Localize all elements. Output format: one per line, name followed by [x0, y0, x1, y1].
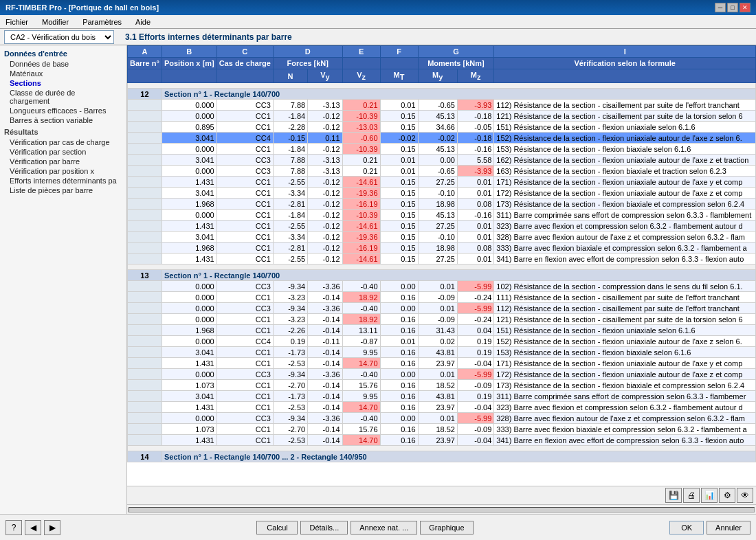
- table-container[interactable]: A B C D E F G I Barre n° Position x [m] …: [127, 45, 756, 486]
- Vz-cell: -0.40: [342, 369, 380, 380]
- Vz-cell: 9.95: [342, 347, 380, 358]
- icon-btn-1[interactable]: 💾: [665, 488, 682, 503]
- position-cell: 0.000: [162, 111, 216, 122]
- N-cell: -2.70: [273, 380, 307, 391]
- ok-button[interactable]: OK: [669, 521, 704, 535]
- left-item-efforts-internes[interactable]: Efforts internes déterminants pa: [0, 176, 126, 185]
- left-item-liste-pieces[interactable]: Liste de pièces par barre: [0, 185, 126, 195]
- cas-cell: CC1: [216, 232, 273, 243]
- position-cell: 0.000: [162, 303, 216, 314]
- left-item-longueurs[interactable]: Longueurs efficaces - Barres: [0, 106, 126, 115]
- annexe-button[interactable]: Annexe nat. ...: [351, 521, 417, 535]
- window-controls[interactable]: ─ □ ✕: [715, 3, 751, 12]
- table-row: 0.000CC37.88-3.130.210.01-0.65-3.93163) …: [128, 166, 756, 177]
- Vz-cell: 15.76: [342, 424, 380, 435]
- MT-cell: 0.15: [380, 144, 418, 155]
- Mz-cell: -0.04: [457, 435, 493, 446]
- barre-cell: [128, 166, 162, 177]
- left-item-materiaux[interactable]: Matériaux: [0, 69, 126, 78]
- table-row: 1.431CC1-2.55-0.12-14.610.1527.250.01341…: [128, 254, 756, 265]
- Vy-cell: -0.14: [308, 292, 342, 303]
- position-cell: 1.968: [162, 199, 216, 210]
- My-cell: 18.98: [418, 243, 457, 254]
- table-row: 1.431CC1-2.53-0.1414.700.1623.97-0.04171…: [128, 358, 756, 369]
- Vy-cell: -0.14: [308, 380, 342, 391]
- table-row: 0.000CC1-1.84-0.12-10.390.1545.13-0.1615…: [128, 144, 756, 155]
- bottom-icon-2[interactable]: ◀: [25, 520, 41, 535]
- icon-btn-5[interactable]: 👁: [737, 488, 753, 503]
- bottom-icon-3[interactable]: ▶: [44, 520, 60, 535]
- barre-cell: [128, 232, 162, 243]
- left-item-donnees-base[interactable]: Données de base: [0, 59, 126, 69]
- MT-cell: 0.16: [380, 347, 418, 358]
- case-dropdown[interactable]: CA2 - Vérification du bois: [4, 30, 114, 44]
- Vz-cell: -16.19: [342, 199, 380, 210]
- left-item-verif-cas[interactable]: Vérification par cas de charge: [0, 137, 126, 147]
- bottom-icon-1[interactable]: ?: [5, 520, 22, 535]
- Vz-cell: -16.19: [342, 243, 380, 254]
- MT-cell: 0.00: [380, 303, 418, 314]
- Vz-cell: 0.21: [342, 155, 380, 166]
- Vy-cell: -3.13: [308, 166, 342, 177]
- barre-cell: [128, 380, 162, 391]
- MT-cell: 0.16: [380, 358, 418, 369]
- N-cell: -2.81: [273, 199, 307, 210]
- table-row: 0.000CC40.19-0.11-0.870.010.020.19152) R…: [128, 336, 756, 347]
- hscroll-track[interactable]: [129, 507, 755, 513]
- minimize-button[interactable]: ─: [715, 3, 726, 12]
- icon-btn-3[interactable]: 📊: [701, 488, 718, 503]
- left-item-verif-position[interactable]: Vérification par position x: [0, 166, 126, 176]
- close-button[interactable]: ✕: [740, 3, 751, 12]
- My-cell: -0.10: [418, 188, 457, 199]
- menu-fichier[interactable]: Fichier: [3, 17, 31, 27]
- Mz-cell: -0.24: [457, 314, 493, 325]
- My-cell: 45.13: [418, 111, 457, 122]
- barre-cell: [128, 325, 162, 336]
- Vz-cell: 18.92: [342, 292, 380, 303]
- position-cell: 3.041: [162, 155, 216, 166]
- barre-cell: [128, 413, 162, 424]
- formula-cell: 328) Barre avec flexion autour de l'axe …: [494, 232, 756, 243]
- barre-cell: [128, 402, 162, 413]
- table-row: 0.000CC3-9.34-3.36-0.400.000.01-5.99112)…: [128, 303, 756, 314]
- Vz-cell: -13.03: [342, 122, 380, 133]
- section-row-12: 12Section n° 1 - Rectangle 140/700: [128, 89, 756, 100]
- MT-cell: 0.00: [380, 281, 418, 292]
- menu-modifier[interactable]: Modifier: [39, 17, 71, 27]
- left-item-sections[interactable]: Sections: [0, 78, 126, 88]
- table-footer-icons: 💾 🖨 📊 ⚙ 👁: [127, 486, 756, 504]
- MT-cell: 0.16: [380, 314, 418, 325]
- table-row: 1.431CC1-2.55-0.12-14.610.1527.250.01171…: [128, 177, 756, 188]
- MT-header: MT: [380, 69, 418, 83]
- Vz-cell: -10.39: [342, 210, 380, 221]
- e-sub: [342, 58, 380, 69]
- left-item-classe-duree[interactable]: Classe de durée de chargement: [0, 88, 126, 106]
- formula-cell: 152) Résistance de la section - flexion …: [494, 336, 756, 347]
- icon-btn-4[interactable]: ⚙: [719, 488, 735, 503]
- position-subheader: Position x [m]: [162, 58, 216, 69]
- Vy-cell: -0.11: [308, 336, 342, 347]
- details-button[interactable]: Détails...: [300, 521, 348, 535]
- calc-button[interactable]: Calcul: [256, 521, 298, 535]
- maximize-button[interactable]: □: [727, 3, 738, 12]
- bottom-left: ? ◀ ▶: [5, 520, 60, 535]
- formula-cell: 153) Résistance de la section - flexion …: [494, 144, 756, 155]
- left-item-barres-section[interactable]: Barres à section variable: [0, 115, 126, 125]
- Vz-cell: 13.11: [342, 325, 380, 336]
- position-cell: 1.431: [162, 435, 216, 446]
- My-cell: -0.09: [418, 314, 457, 325]
- left-item-verif-barre[interactable]: Vérification par barre: [0, 157, 126, 166]
- Mz-cell: -0.18: [457, 111, 493, 122]
- hscroll-bar[interactable]: [127, 504, 756, 514]
- cas-cell: CC4: [216, 336, 273, 347]
- annuler-button[interactable]: Annuler: [707, 521, 751, 535]
- graphique-button[interactable]: Graphique: [420, 521, 473, 535]
- My-cell: 27.25: [418, 221, 457, 232]
- left-item-verif-section[interactable]: Vérification par section: [0, 147, 126, 157]
- menu-parametres[interactable]: Paramètres: [80, 17, 124, 27]
- My-cell: -0.09: [418, 292, 457, 303]
- menu-aide[interactable]: Aide: [133, 17, 153, 27]
- formula-cell: 112) Résistance de la section - cisaille…: [494, 100, 756, 111]
- icon-btn-2[interactable]: 🖨: [683, 488, 700, 503]
- position-cell: 0.000: [162, 369, 216, 380]
